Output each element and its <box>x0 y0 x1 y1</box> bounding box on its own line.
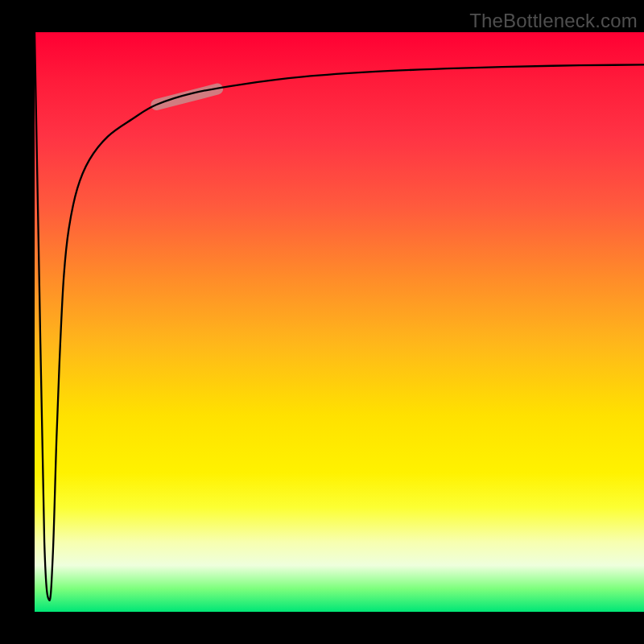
attribution-watermark: TheBottleneck.com <box>469 10 638 32</box>
bottleneck-curve <box>35 32 644 601</box>
curve-svg <box>35 32 644 612</box>
curve-highlight <box>156 89 217 105</box>
chart-frame: TheBottleneck.com <box>0 0 644 644</box>
plot-area <box>35 32 644 612</box>
